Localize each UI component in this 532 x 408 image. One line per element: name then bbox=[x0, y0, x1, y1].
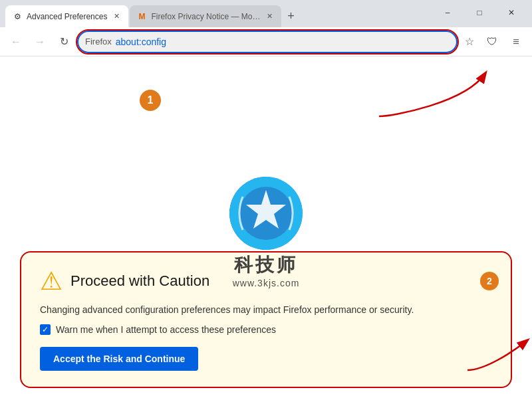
address-bar[interactable]: Firefox about:config bbox=[77, 31, 458, 53]
close-button[interactable]: ✕ bbox=[496, 2, 527, 23]
svg-marker-3 bbox=[246, 190, 286, 229]
tab-label-2: Firefox Privacy Notice — Mo… bbox=[151, 12, 260, 21]
watermark-logo bbox=[229, 177, 303, 250]
forward-button[interactable]: → bbox=[29, 31, 51, 52]
svg-point-2 bbox=[239, 187, 293, 240]
tab-label: Advanced Preferences bbox=[27, 12, 107, 21]
title-bar: ⚙ Advanced Preferences ✕ M Firefox Priva… bbox=[0, 0, 532, 27]
new-tab-button[interactable]: + bbox=[281, 7, 300, 25]
firefox-label: Firefox bbox=[85, 37, 112, 47]
address-text: about:config bbox=[116, 37, 450, 47]
maximize-button[interactable]: □ bbox=[464, 2, 495, 23]
tab-close-btn[interactable]: ✕ bbox=[111, 11, 122, 22]
checkbox-row: ✓ Warn me when I attempt to access these… bbox=[40, 324, 492, 335]
accept-risk-button[interactable]: Accept the Risk and Continue bbox=[40, 347, 198, 371]
step-badge-1: 1 bbox=[140, 90, 161, 111]
shield-button[interactable]: 🛡 bbox=[481, 31, 503, 52]
tab-privacy-notice[interactable]: M Firefox Privacy Notice — Mo… ✕ bbox=[130, 5, 281, 27]
warning-title: Proceed with Caution bbox=[70, 272, 209, 290]
firefox-tab-icon: M bbox=[136, 11, 147, 22]
back-button[interactable]: ← bbox=[5, 31, 27, 52]
minimize-button[interactable]: – bbox=[432, 2, 463, 23]
warning-triangle-icon: ⚠ bbox=[40, 268, 63, 294]
tab-close-btn-2[interactable]: ✕ bbox=[264, 11, 275, 22]
window-controls: – □ ✕ bbox=[432, 2, 532, 27]
warning-header: ⚠ Proceed with Caution 2 bbox=[40, 268, 492, 294]
step-badge-2: 2 bbox=[480, 272, 499, 290]
menu-button[interactable]: ≡ bbox=[505, 31, 527, 52]
checkbox-label: Warn me when I attempt to access these p… bbox=[56, 324, 276, 335]
warning-body: Changing advanced configuration preferen… bbox=[40, 304, 492, 315]
svg-point-1 bbox=[229, 177, 303, 250]
warning-card: ⚠ Proceed with Caution 2 Changing advanc… bbox=[20, 251, 512, 388]
settings-icon: ⚙ bbox=[12, 11, 23, 22]
warn-me-checkbox[interactable]: ✓ bbox=[40, 324, 51, 335]
bookmark-button[interactable]: ☆ bbox=[460, 33, 479, 51]
arrow-indicator bbox=[359, 63, 505, 123]
reload-button[interactable]: ↻ bbox=[53, 31, 74, 52]
card-arrow bbox=[464, 334, 531, 373]
page-content: 1 科技师 www.3kjs.com ⚠ bbox=[0, 56, 532, 408]
checkbox-check-icon: ✓ bbox=[42, 325, 49, 334]
tab-advanced-preferences[interactable]: ⚙ Advanced Preferences ✕ bbox=[5, 5, 128, 27]
navigation-bar: ← → ↻ Firefox about:config ☆ 🛡 ≡ bbox=[0, 27, 532, 56]
